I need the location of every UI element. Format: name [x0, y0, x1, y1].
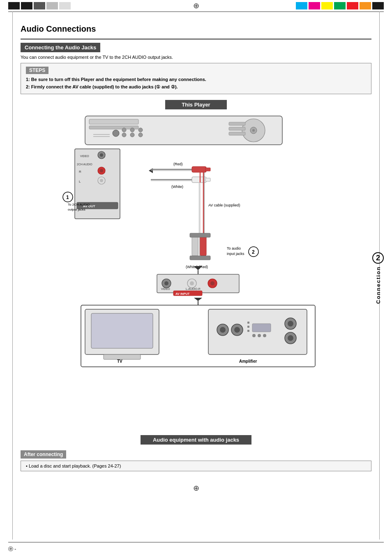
- svg-rect-53: [200, 235, 206, 256]
- svg-rect-87: [247, 330, 249, 332]
- svg-point-12: [252, 129, 255, 132]
- svg-rect-89: [252, 334, 256, 337]
- svg-point-67: [190, 281, 194, 285]
- svg-text:2CH AUDIO: 2CH AUDIO: [77, 163, 92, 166]
- svg-rect-52: [192, 235, 198, 256]
- border-block-light2: [59, 2, 71, 9]
- border-block-yellow: [321, 2, 333, 9]
- border-block-orange: [360, 2, 371, 9]
- svg-text:Amplifier: Amplifier: [239, 359, 257, 364]
- svg-text:VIDEO: VIDEO: [80, 155, 89, 158]
- svg-text:1: 1: [66, 195, 69, 200]
- svg-rect-39: [205, 168, 210, 171]
- after-connecting-text: • Load a disc and start playback. (Pages…: [26, 463, 121, 468]
- main-content: Audio Connections Connecting the Audio J…: [0, 12, 392, 480]
- svg-point-84: [234, 327, 240, 333]
- svg-rect-15: [229, 132, 245, 135]
- connection-badge: 2: [372, 252, 384, 264]
- border-block-black3: [372, 2, 384, 9]
- svg-rect-85: [247, 322, 249, 324]
- border-block-gray1: [34, 2, 45, 9]
- svg-text:output jacks: output jacks: [68, 208, 85, 211]
- svg-text:To 2CH AUDIO: To 2CH AUDIO: [68, 203, 90, 206]
- border-block-black2: [21, 2, 32, 9]
- svg-marker-74: [194, 298, 202, 301]
- intro-text: You can connect audio equipment or the T…: [21, 55, 371, 60]
- step1-bold: 1: Be sure to turn off this Player and t…: [26, 77, 206, 82]
- svg-text:(White): (White): [171, 185, 183, 189]
- svg-text:2: 2: [252, 249, 255, 255]
- svg-text:input jacks: input jacks: [227, 252, 244, 256]
- bottom-footer: ⓔ -: [0, 542, 392, 556]
- svg-point-8: [138, 128, 143, 132]
- svg-rect-86: [247, 326, 249, 328]
- top-cross: ⊕: [193, 1, 199, 10]
- svg-text:L-AUDIO-R: L-AUDIO-R: [186, 287, 201, 290]
- svg-point-95: [288, 335, 293, 341]
- steps-title: STEPS: [26, 67, 48, 74]
- svg-rect-55: [190, 256, 210, 260]
- after-connecting-box: After connecting • Load a disc and start…: [21, 450, 371, 471]
- svg-point-3: [113, 130, 119, 137]
- step2-bold: 2: Firmly connect the AV cable (supplied…: [26, 84, 178, 89]
- svg-text:TV: TV: [117, 359, 122, 364]
- bottom-border: ⓔ -: [0, 542, 392, 556]
- svg-text:To audio: To audio: [227, 246, 241, 250]
- svg-text:VIDEO: VIDEO: [161, 287, 170, 290]
- connection-text: Connection: [375, 266, 381, 304]
- right-sidebar: 2 Connection: [372, 252, 384, 304]
- border-block-light: [46, 2, 58, 9]
- section-divider: [21, 39, 371, 39]
- svg-text:(Red): (Red): [173, 162, 183, 166]
- svg-point-7: [130, 133, 134, 137]
- border-block-magenta: [309, 2, 320, 9]
- svg-rect-13: [229, 122, 245, 125]
- svg-rect-38: [192, 167, 206, 172]
- svg-point-4: [122, 128, 126, 132]
- border-block-green: [334, 2, 346, 9]
- border-block-cyan: [296, 2, 307, 9]
- steps-box: STEPS 1: Be sure to turn off this Player…: [21, 63, 371, 94]
- av-equipment-label: Audio equipment with audio jacks: [141, 435, 251, 445]
- bottom-cross: ⊕: [0, 480, 392, 497]
- after-connecting-content: • Load a disc and start playback. (Pages…: [21, 461, 371, 471]
- svg-rect-77: [91, 313, 153, 348]
- border-block-red: [347, 2, 358, 9]
- svg-point-21: [100, 153, 103, 157]
- border-block-black1: [8, 2, 20, 9]
- svg-point-28: [100, 179, 103, 182]
- svg-text:R: R: [79, 170, 81, 174]
- page-title: Audio Connections: [21, 24, 371, 34]
- svg-rect-88: [252, 324, 271, 332]
- svg-rect-90: [258, 334, 261, 337]
- svg-point-6: [130, 128, 134, 132]
- this-player-label: This Player: [165, 100, 226, 109]
- svg-rect-54: [190, 233, 210, 237]
- top-border-right: [296, 2, 384, 9]
- step2-text: 2: Firmly connect the AV cable (supplied…: [26, 83, 366, 91]
- svg-point-93: [288, 321, 293, 327]
- svg-point-82: [220, 327, 226, 333]
- step1-text: 1: Be sure to turn off this Player and t…: [26, 76, 366, 83]
- svg-point-25: [100, 169, 103, 172]
- after-connecting-header: After connecting: [21, 450, 66, 459]
- svg-point-5: [122, 133, 126, 137]
- svg-text:L: L: [79, 180, 81, 183]
- svg-rect-1: [89, 119, 138, 124]
- diagram-container: This Player: [21, 100, 371, 445]
- svg-point-9: [138, 133, 143, 137]
- svg-rect-44: [205, 178, 210, 181]
- top-border-left: [8, 2, 71, 9]
- svg-rect-91: [263, 334, 266, 337]
- page-indicator: ⓔ -: [8, 546, 16, 553]
- svg-point-69: [210, 281, 214, 285]
- svg-text:AV cable (supplied): AV cable (supplied): [208, 203, 240, 207]
- section-header: Connecting the Audio Jacks: [21, 43, 100, 52]
- svg-rect-14: [229, 127, 245, 130]
- connection-diagram-svg: VIDEO 2CH AUDIO R L AV OUT 1 To 2CH AUDI…: [52, 112, 340, 433]
- steps-content: 1: Be sure to turn off this Player and t…: [26, 76, 366, 90]
- svg-text:AV INPUT: AV INPUT: [175, 292, 190, 296]
- svg-point-65: [164, 281, 168, 285]
- top-border: ⊕: [0, 0, 392, 12]
